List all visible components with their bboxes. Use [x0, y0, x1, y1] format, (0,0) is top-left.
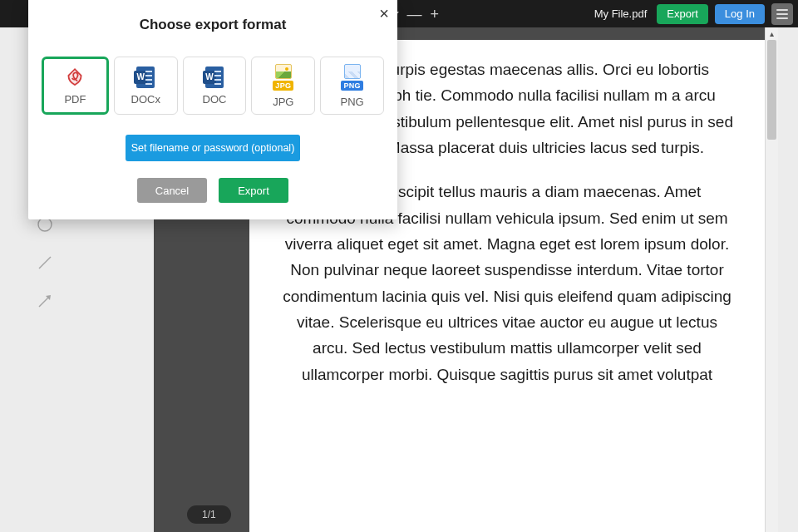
arrow-tool-icon[interactable] — [37, 293, 53, 309]
format-label: PNG — [341, 96, 364, 108]
pdf-icon — [64, 66, 86, 88]
zoom-out-button[interactable]: — — [407, 7, 422, 22]
page-indicator: 1/1 — [187, 505, 231, 524]
login-button[interactable]: Log In — [715, 4, 765, 24]
format-label: DOC — [203, 93, 227, 106]
word-icon — [136, 66, 155, 88]
zoom-in-button[interactable]: + — [431, 7, 440, 22]
scrollbar-thumb[interactable] — [767, 40, 776, 140]
modal-title: Choose export format — [38, 17, 387, 33]
menu-button[interactable] — [771, 3, 793, 25]
set-filename-password-button[interactable]: Set filename or password (optional) — [126, 135, 300, 161]
format-jpg[interactable]: JPG JPG — [251, 57, 315, 115]
format-label: DOCx — [131, 93, 160, 106]
format-pdf[interactable]: PDF — [42, 57, 109, 115]
export-button[interactable]: Export — [657, 4, 708, 24]
scroll-up-icon[interactable]: ▴ — [766, 27, 778, 40]
vertical-scrollbar[interactable]: ▴ — [765, 27, 778, 532]
export-modal: × Choose export format PDF DOCx DOC JPG … — [28, 0, 397, 219]
svg-point-0 — [38, 218, 52, 231]
svg-line-1 — [39, 257, 51, 268]
jpg-icon: JPG — [273, 64, 293, 91]
png-icon: PNG — [341, 64, 362, 91]
modal-actions: Cancel Export — [38, 178, 387, 203]
format-label: PDF — [64, 93, 86, 106]
word-icon — [205, 66, 224, 88]
format-doc[interactable]: DOC — [183, 57, 247, 115]
modal-export-button[interactable]: Export — [219, 178, 288, 203]
line-tool-icon[interactable] — [37, 254, 53, 271]
format-docx[interactable]: DOCx — [114, 57, 178, 115]
format-label: JPG — [273, 96, 293, 108]
close-icon[interactable]: × — [379, 5, 389, 22]
cancel-button[interactable]: Cancel — [137, 178, 207, 203]
side-toolbar — [37, 216, 53, 309]
file-name: My File.pdf — [594, 7, 648, 20]
format-row: PDF DOCx DOC JPG JPG PNG — [42, 57, 384, 115]
svg-line-2 — [39, 297, 49, 307]
format-png[interactable]: PNG PNG — [320, 57, 384, 115]
